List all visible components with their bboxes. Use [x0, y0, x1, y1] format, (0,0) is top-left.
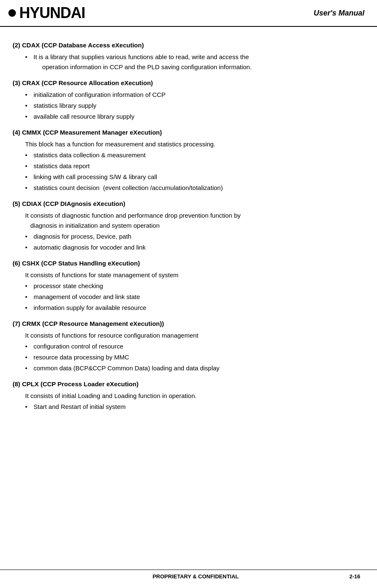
section-cplx-header: (8) CPLX (CCP Process Loader eXecution) [13, 379, 360, 389]
section-cmmx-header: (4) CMMX (CCP Measurement Manager eXecut… [13, 127, 360, 138]
list-item: statistics data report [25, 161, 360, 171]
section-cplx-bullets: Start and Restart of initial system [25, 402, 360, 412]
section-cdiax-bullets: diagnosis for process, Device, path auto… [25, 232, 360, 252]
section-cdax-bullets: It is a library that supplies various fu… [25, 52, 360, 72]
list-item: linking with call processing S/W & libra… [25, 172, 360, 182]
section-cmmx-desc: This block has a function for measuremen… [25, 139, 360, 149]
section-cdax-header: (2) CDAX (CCP Database Access eXecution) [13, 40, 360, 50]
section-cmmx-bullets: statistics data collection & measurement… [25, 150, 360, 193]
page-title: User's Manual [314, 9, 364, 18]
section-cshx-desc: It consists of functions for state manag… [25, 270, 360, 280]
logo-text: HYUNDAI [19, 4, 85, 22]
logo-dot-icon [8, 9, 16, 17]
section-cshx-header: (6) CSHX (CCP Status Handling eXecution) [13, 258, 360, 268]
list-item: common data (BCP&CCP Common Data) loadin… [25, 363, 360, 373]
list-item: statistics library supply [25, 101, 360, 111]
section-cplx-desc: It consists of initial Loading and Loadi… [25, 391, 360, 401]
section-cshx: (6) CSHX (CCP Status Handling eXecution)… [13, 258, 360, 313]
list-item: diagnosis for process, Device, path [25, 232, 360, 242]
section-crmx-desc: It consists of functions for resource co… [25, 330, 360, 341]
list-item: configuration control of resource [25, 341, 360, 351]
list-item: Start and Restart of initial system [25, 402, 360, 412]
list-item: statistics count decision (event collect… [25, 183, 360, 193]
page-header: HYUNDAI User's Manual [0, 0, 377, 27]
logo-area: HYUNDAI [8, 4, 85, 22]
list-item: statistics data collection & measurement [25, 150, 360, 160]
section-crmx-bullets: configuration control of resource resour… [25, 341, 360, 373]
list-item: resource data processing by MMC [25, 352, 360, 362]
section-cdiax: (5) CDIAX (CCP DIAgnosis eXecution) It c… [13, 199, 360, 252]
footer-center-text: PROPRIETARY & CONFIDENTIAL [152, 573, 239, 580]
section-cplx: (8) CPLX (CCP Process Loader eXecution) … [13, 379, 360, 412]
list-item: automatic diagnosis for vocoder and link [25, 242, 360, 252]
page-footer: PROPRIETARY & CONFIDENTIAL 2-16 [0, 570, 377, 580]
section-cdiax-header: (5) CDIAX (CCP DIAgnosis eXecution) [13, 199, 360, 209]
list-item: available call resource library supply [25, 112, 360, 122]
section-crmx-header: (7) CRMX (CCP Resource Management eXecut… [13, 319, 360, 329]
list-item: management of vocoder and link state [25, 292, 360, 302]
page-content: (2) CDAX (CCP Database Access eXecution)… [0, 27, 377, 425]
list-item: processor state checking [25, 281, 360, 291]
section-crax-bullets: initialization of configuration informat… [25, 90, 360, 122]
list-item: It is a library that supplies various fu… [25, 52, 360, 72]
section-cdax: (2) CDAX (CCP Database Access eXecution)… [13, 40, 360, 72]
section-cmmx: (4) CMMX (CCP Measurement Manager eXecut… [13, 127, 360, 193]
section-crax: (3) CRAX (CCP Resource Allocation eXecut… [13, 78, 360, 122]
section-cshx-bullets: processor state checking management of v… [25, 281, 360, 313]
list-item: initialization of configuration informat… [25, 90, 360, 100]
list-item: information supply for available resourc… [25, 303, 360, 313]
section-crax-header: (3) CRAX (CCP Resource Allocation eXecut… [13, 78, 360, 88]
section-crmx: (7) CRMX (CCP Resource Management eXecut… [13, 319, 360, 373]
footer-page-number: 2-16 [349, 573, 360, 580]
section-cdiax-desc: It consists of diagnostic function and p… [25, 211, 360, 231]
